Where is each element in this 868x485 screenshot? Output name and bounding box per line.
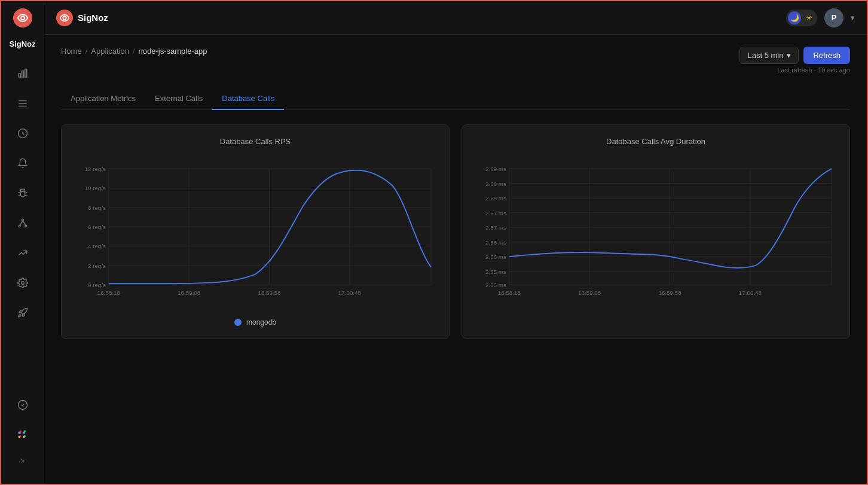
main-content: SigNoz 🌙 ☀ P ▾ Home / Application / bbox=[44, 1, 867, 484]
svg-rect-2 bbox=[22, 71, 23, 78]
svg-rect-27 bbox=[23, 436, 25, 438]
time-selector-chevron: ▾ bbox=[787, 51, 791, 60]
breadcrumb-actions: Last 5 min ▾ Refresh Last refresh - 10 s… bbox=[739, 47, 850, 74]
svg-text:4 req/s: 4 req/s bbox=[88, 243, 106, 249]
moon-icon: 🌙 bbox=[788, 11, 801, 25]
svg-text:6 req/s: 6 req/s bbox=[88, 224, 106, 230]
topbar-app-name: SigNoz bbox=[78, 13, 108, 23]
svg-text:16:59:08: 16:59:08 bbox=[178, 289, 201, 296]
svg-rect-24 bbox=[18, 432, 20, 434]
svg-text:2.68 ms: 2.68 ms bbox=[485, 181, 506, 187]
topbar: SigNoz 🌙 ☀ P ▾ bbox=[44, 1, 867, 35]
svg-point-13 bbox=[22, 219, 23, 221]
sidebar-collapse-btn[interactable]: > bbox=[10, 452, 36, 471]
svg-line-9 bbox=[18, 193, 20, 194]
last-refresh-text: Last refresh - 10 sec ago bbox=[777, 66, 850, 74]
svg-rect-26 bbox=[18, 436, 20, 438]
sidebar-item-slack[interactable] bbox=[10, 422, 36, 448]
svg-text:16:58:18: 16:58:18 bbox=[498, 289, 521, 296]
svg-line-12 bbox=[25, 196, 27, 196]
svg-rect-25 bbox=[23, 432, 25, 434]
sun-icon: ☀ bbox=[802, 11, 815, 25]
breadcrumb-sep-2: / bbox=[133, 47, 135, 56]
logo-row bbox=[13, 8, 32, 28]
charts-grid: Database Calls RPS bbox=[61, 124, 850, 339]
mongodb-legend-label: mongodb bbox=[246, 318, 276, 327]
svg-line-17 bbox=[23, 221, 26, 225]
avg-duration-chart-title: Database Calls Avg Duration bbox=[474, 137, 838, 146]
svg-text:16:59:58: 16:59:58 bbox=[258, 289, 281, 296]
svg-line-16 bbox=[19, 221, 22, 225]
sidebar-item-status[interactable] bbox=[10, 392, 36, 418]
rps-svg: 12 req/s 10 req/s 8 req/s 6 req/s 4 req/… bbox=[74, 155, 437, 311]
svg-rect-1 bbox=[19, 74, 20, 77]
tab-external-calls[interactable]: External Calls bbox=[145, 88, 212, 110]
user-menu-chevron[interactable]: ▾ bbox=[851, 13, 855, 22]
rps-chart-title: Database Calls RPS bbox=[74, 137, 437, 146]
sidebar: SigNoz bbox=[1, 1, 44, 484]
sidebar-item-alerts[interactable] bbox=[10, 150, 36, 176]
sidebar-item-bugs[interactable] bbox=[10, 180, 36, 206]
rps-chart-legend: mongodb bbox=[74, 318, 437, 327]
rps-chart-area: 12 req/s 10 req/s 8 req/s 6 req/s 4 req/… bbox=[74, 155, 437, 311]
svg-line-10 bbox=[25, 193, 27, 194]
svg-text:0 req/s: 0 req/s bbox=[88, 282, 106, 288]
breadcrumb-current: node-js-sample-app bbox=[139, 47, 207, 56]
svg-point-15 bbox=[25, 225, 26, 227]
refresh-button[interactable]: Refresh bbox=[803, 47, 850, 64]
sidebar-item-list[interactable] bbox=[10, 90, 36, 117]
breadcrumb-row: Home / Application / node-js-sample-app … bbox=[61, 47, 850, 74]
svg-text:2 req/s: 2 req/s bbox=[88, 263, 106, 269]
topbar-logo-icon bbox=[56, 10, 73, 26]
svg-text:8 req/s: 8 req/s bbox=[88, 205, 106, 211]
breadcrumb: Home / Application / node-js-sample-app bbox=[61, 47, 207, 56]
topbar-right: 🌙 ☀ P ▾ bbox=[786, 8, 855, 28]
breadcrumb-home[interactable]: Home bbox=[61, 47, 82, 56]
user-avatar[interactable]: P bbox=[824, 8, 843, 28]
svg-text:12 req/s: 12 req/s bbox=[85, 166, 106, 172]
svg-text:2.65 ms: 2.65 ms bbox=[485, 269, 506, 275]
breadcrumb-application[interactable]: Application bbox=[91, 47, 129, 56]
svg-text:16:59:08: 16:59:08 bbox=[578, 289, 601, 296]
svg-point-14 bbox=[19, 225, 20, 227]
svg-text:16:59:58: 16:59:58 bbox=[658, 289, 681, 296]
svg-point-0 bbox=[21, 16, 25, 20]
breadcrumb-sep-1: / bbox=[85, 47, 88, 56]
svg-text:2.67 ms: 2.67 ms bbox=[485, 224, 506, 231]
sidebar-item-settings[interactable] bbox=[10, 270, 36, 296]
rps-chart-card: Database Calls RPS bbox=[61, 124, 450, 339]
topbar-left: SigNoz bbox=[56, 10, 108, 26]
svg-text:2.69 ms: 2.69 ms bbox=[485, 166, 506, 172]
svg-text:17:00:48: 17:00:48 bbox=[338, 289, 362, 296]
sidebar-nav bbox=[1, 60, 44, 392]
tab-database-calls[interactable]: Database Calls bbox=[212, 88, 284, 110]
svg-rect-3 bbox=[25, 69, 26, 78]
sidebar-item-rocket[interactable] bbox=[10, 300, 36, 326]
time-selector[interactable]: Last 5 min ▾ bbox=[739, 47, 799, 64]
tab-application-metrics[interactable]: Application Metrics bbox=[61, 88, 145, 110]
theme-toggle[interactable]: 🌙 ☀ bbox=[786, 10, 817, 26]
sidebar-item-topology[interactable] bbox=[10, 210, 36, 236]
logo-icon bbox=[13, 8, 32, 28]
svg-text:2.67 ms: 2.67 ms bbox=[485, 210, 506, 216]
svg-text:2.68 ms: 2.68 ms bbox=[485, 195, 506, 202]
time-controls: Last 5 min ▾ Refresh bbox=[739, 47, 850, 64]
svg-text:10 req/s: 10 req/s bbox=[85, 185, 106, 191]
tabs: Application Metrics External Calls Datab… bbox=[61, 88, 850, 110]
svg-text:2.66 ms: 2.66 ms bbox=[485, 239, 506, 246]
logo-row-top: SigNoz bbox=[56, 10, 108, 26]
avg-duration-chart-card: Database Calls Avg Duration bbox=[461, 124, 850, 339]
svg-text:2.66 ms: 2.66 ms bbox=[485, 254, 506, 260]
avg-duration-chart-area: 2.69 ms 2.68 ms 2.68 ms 2.67 ms 2.67 ms … bbox=[474, 155, 838, 311]
svg-text:2.65 ms: 2.65 ms bbox=[485, 282, 506, 288]
svg-point-28 bbox=[63, 16, 66, 19]
svg-point-18 bbox=[21, 282, 24, 285]
svg-text:17:00:48: 17:00:48 bbox=[739, 289, 762, 296]
sidebar-item-metrics[interactable] bbox=[10, 60, 36, 87]
time-selector-label: Last 5 min bbox=[747, 51, 783, 60]
svg-point-8 bbox=[20, 191, 25, 197]
app-name: SigNoz bbox=[9, 39, 35, 48]
sidebar-item-trends[interactable] bbox=[10, 240, 36, 266]
avg-duration-svg: 2.69 ms 2.68 ms 2.68 ms 2.67 ms 2.67 ms … bbox=[474, 155, 838, 311]
sidebar-item-services[interactable] bbox=[10, 120, 36, 147]
